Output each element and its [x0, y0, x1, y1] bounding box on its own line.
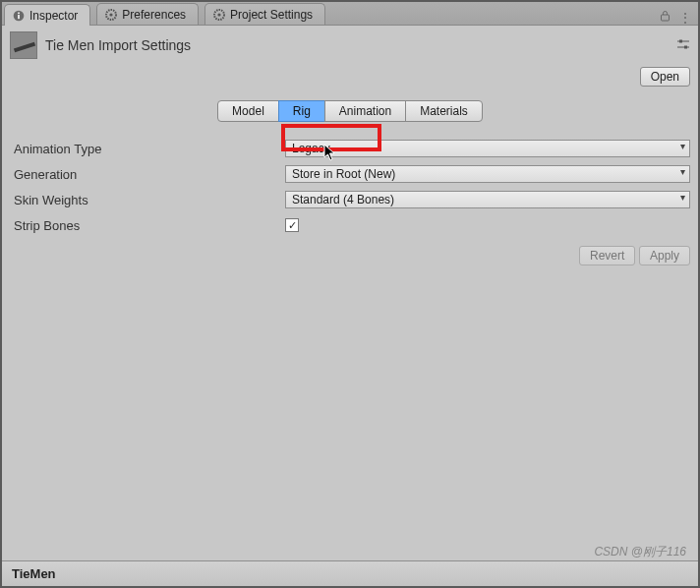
window-tabs: Inspector Preferences Project Settings ⋮: [2, 2, 698, 26]
menu-icon[interactable]: ⋮: [678, 14, 692, 22]
svg-point-6: [217, 13, 220, 16]
check-icon: ✓: [288, 219, 297, 232]
apply-button[interactable]: Apply: [639, 246, 690, 265]
info-icon: [13, 10, 25, 22]
svg-rect-1: [18, 12, 20, 14]
tab-rig[interactable]: Rig: [278, 100, 325, 122]
svg-rect-2: [18, 15, 20, 19]
asset-thumbnail: [10, 31, 37, 59]
tab-inspector[interactable]: Inspector: [4, 4, 90, 26]
asset-header: Tie Men Import Settings: [2, 26, 698, 65]
label-generation: Generation: [14, 167, 285, 182]
tab-project-settings[interactable]: Project Settings: [204, 3, 325, 25]
footer-bar: TieMen: [2, 560, 698, 586]
label-skin-weights: Skin Weights: [14, 193, 285, 207]
tab-inspector-label: Inspector: [29, 9, 78, 23]
dropdown-animation-type-value: Legacy: [292, 142, 330, 155]
tab-preferences-label: Preferences: [122, 8, 186, 22]
lock-icon[interactable]: [660, 10, 671, 25]
tab-materials[interactable]: Materials: [405, 100, 483, 122]
label-strip-bones: Strip Bones: [14, 218, 285, 233]
rig-form: Animation Type Legacy Generation Store i…: [2, 122, 698, 238]
label-animation-type: Animation Type: [14, 142, 285, 156]
checkbox-strip-bones[interactable]: ✓: [285, 218, 299, 232]
dropdown-skin-weights-value: Standard (4 Bones): [292, 193, 394, 206]
sliders-icon[interactable]: [676, 38, 690, 53]
gear-icon: [213, 9, 225, 21]
footer-asset-name: TieMen: [12, 566, 56, 581]
dropdown-animation-type[interactable]: Legacy: [285, 140, 690, 157]
tab-preferences[interactable]: Preferences: [96, 3, 199, 25]
watermark: CSDN @刚子116: [594, 544, 686, 560]
asset-title: Tie Men Import Settings: [45, 37, 191, 53]
dropdown-generation-value: Store in Root (New): [292, 167, 395, 181]
tab-project-label: Project Settings: [230, 8, 313, 22]
import-category-tabs: Model Rig Animation Materials: [2, 100, 698, 122]
svg-rect-7: [662, 15, 670, 21]
dropdown-skin-weights[interactable]: Standard (4 Bones): [285, 191, 690, 208]
svg-point-4: [110, 13, 113, 16]
svg-rect-11: [684, 45, 687, 48]
svg-rect-9: [679, 39, 682, 42]
gear-icon: [105, 9, 117, 21]
tab-animation[interactable]: Animation: [324, 100, 406, 122]
revert-button[interactable]: Revert: [579, 246, 635, 265]
dropdown-generation[interactable]: Store in Root (New): [285, 165, 690, 183]
tab-model[interactable]: Model: [217, 100, 279, 122]
open-button[interactable]: Open: [640, 67, 690, 87]
